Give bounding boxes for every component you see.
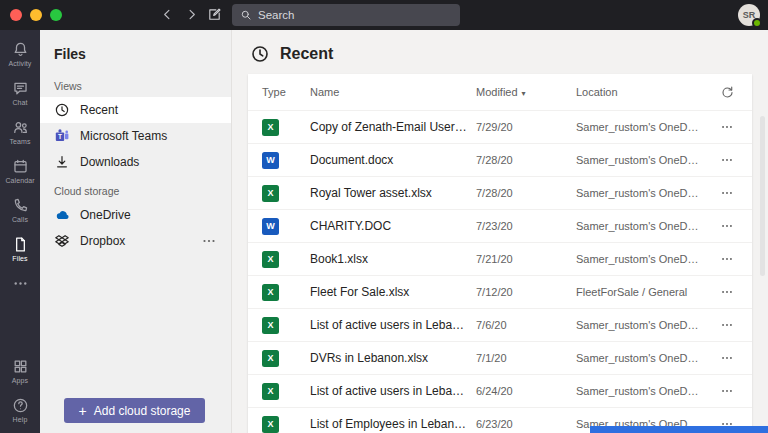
more-options-icon[interactable]	[201, 233, 217, 249]
file-row[interactable]: X List of active users in Lebanon.xlsx 7…	[248, 308, 752, 341]
forward-icon[interactable]	[184, 7, 199, 22]
file-row[interactable]: W Document.docx 7/28/20 Samer_rustom's O…	[248, 143, 752, 176]
teams-logo-icon: T	[54, 128, 70, 144]
file-name: Copy of Zenath-Email Users.xlsx	[310, 120, 476, 134]
file-row[interactable]: X Fleet For Sale.xlsx 7/12/20 FleetForSa…	[248, 275, 752, 308]
row-more-options-icon[interactable]	[710, 153, 744, 167]
sidebar-section: Views Recent T Microsoft Teams Downloads	[40, 70, 231, 175]
rail-item-activity[interactable]: Activity	[0, 34, 40, 73]
svg-text:T: T	[58, 133, 62, 140]
sidebar-item-recent[interactable]: Recent	[40, 97, 231, 123]
dropbox-icon	[54, 233, 70, 249]
excel-file-icon: X	[262, 317, 279, 334]
rail-item-label: Files	[12, 255, 27, 262]
files-table: Type Name Modified▾ Location X Copy of Z…	[248, 74, 752, 433]
rail-item-help[interactable]: Help	[0, 390, 40, 429]
rail-bottom: Apps Help	[0, 351, 40, 433]
file-row[interactable]: X Copy of Zenath-Email Users.xlsx 7/29/2…	[248, 110, 752, 143]
file-location: Samer_rustom's OneDrive	[576, 121, 710, 133]
close-window-button[interactable]	[10, 9, 22, 21]
sidebar-item-microsoft-teams[interactable]: T Microsoft Teams	[40, 123, 231, 149]
sidebar-item-downloads[interactable]: Downloads	[40, 149, 231, 175]
rail-item-teams[interactable]: Teams	[0, 112, 40, 151]
rail-item-chat[interactable]: Chat	[0, 73, 40, 112]
clock-icon	[250, 44, 270, 64]
column-type[interactable]: Type	[262, 86, 310, 98]
apps-icon	[12, 358, 29, 375]
calendar-icon	[12, 158, 29, 175]
row-more-options-icon[interactable]	[710, 351, 744, 365]
rail-item-files[interactable]: Files	[0, 229, 40, 268]
row-more-options-icon[interactable]	[710, 384, 744, 398]
main-header: Recent	[232, 30, 768, 64]
row-more-options-icon[interactable]	[710, 318, 744, 332]
row-more-options-icon[interactable]	[710, 120, 744, 134]
file-modified: 7/12/20	[476, 286, 576, 298]
file-name: List of Employees in Lebanon.xlsx	[310, 417, 476, 431]
file-row[interactable]: X Royal Tower asset.xlsx 7/28/20 Samer_r…	[248, 176, 752, 209]
sidebar-item-onedrive[interactable]: OneDrive	[40, 202, 231, 228]
phone-icon	[12, 197, 29, 214]
file-row[interactable]: X List of active users in Lebanon.xlsx 6…	[248, 374, 752, 407]
refresh-icon[interactable]	[710, 85, 744, 100]
file-location: Samer_rustom's OneDrive	[576, 154, 710, 166]
rail-item-apps[interactable]: Apps	[0, 351, 40, 390]
download-icon	[54, 154, 70, 170]
search-input[interactable]	[258, 9, 452, 21]
excel-file-icon: X	[262, 185, 279, 202]
file-name: Document.docx	[310, 153, 476, 167]
excel-file-icon: X	[262, 383, 279, 400]
column-name[interactable]: Name	[310, 86, 476, 98]
maximize-window-button[interactable]	[50, 9, 62, 21]
row-more-options-icon[interactable]	[710, 285, 744, 299]
vertical-scrollbar[interactable]	[760, 116, 765, 276]
file-modified: 7/23/20	[476, 220, 576, 232]
column-location[interactable]: Location	[576, 86, 710, 98]
row-more-options-icon[interactable]	[710, 252, 744, 266]
files-icon	[12, 236, 29, 253]
file-name: DVRs in Lebanon.xlsx	[310, 351, 476, 365]
file-name: Fleet For Sale.xlsx	[310, 285, 476, 299]
sidebar-section: Cloud storage OneDrive Dropbox	[40, 175, 231, 254]
add-cloud-storage-button[interactable]: + Add cloud storage	[64, 398, 205, 423]
excel-file-icon: X	[262, 119, 279, 136]
excel-file-icon: X	[262, 350, 279, 367]
search-icon	[240, 9, 252, 21]
file-modified: 6/24/20	[476, 385, 576, 397]
page-title: Recent	[280, 45, 333, 63]
file-row[interactable]: W CHARITY.DOC 7/23/20 Samer_rustom's One…	[248, 209, 752, 242]
bell-icon	[12, 41, 29, 58]
help-icon	[12, 397, 29, 414]
sidebar-item-label: Downloads	[80, 155, 139, 169]
file-name: List of active users in Lebanon.xlsx	[310, 318, 476, 332]
back-icon[interactable]	[160, 7, 175, 22]
minimize-window-button[interactable]	[30, 9, 42, 21]
file-row[interactable]: X DVRs in Lebanon.xlsx 7/1/20 Samer_rust…	[248, 341, 752, 374]
column-modified[interactable]: Modified▾	[476, 86, 576, 98]
onedrive-icon	[54, 207, 70, 223]
search-box	[232, 4, 460, 26]
rail-item-label: Calls	[12, 216, 28, 223]
clock-icon	[54, 102, 70, 118]
row-more-options-icon[interactable]	[710, 219, 744, 233]
file-location: Samer_rustom's OneDrive	[576, 352, 710, 364]
background-window-edge	[590, 426, 768, 433]
excel-file-icon: X	[262, 416, 279, 433]
plus-icon: +	[79, 404, 87, 418]
word-file-icon: W	[262, 152, 279, 169]
sidebar-item-dropbox[interactable]: Dropbox	[40, 228, 231, 254]
sidebar-section-label: Views	[40, 70, 231, 97]
new-chat-icon[interactable]	[207, 7, 222, 22]
excel-file-icon: X	[262, 251, 279, 268]
rail-item-more[interactable]	[0, 268, 40, 298]
file-row[interactable]: X Book1.xlsx 7/21/20 Samer_rustom's OneD…	[248, 242, 752, 275]
avatar[interactable]: SR	[738, 4, 760, 26]
sidebar-title: Files	[40, 30, 231, 70]
row-more-options-icon[interactable]	[710, 186, 744, 200]
rail-item-label: Chat	[12, 99, 27, 106]
more-icon	[12, 275, 29, 292]
rail-item-calendar[interactable]: Calendar	[0, 151, 40, 190]
sort-desc-icon: ▾	[522, 89, 526, 98]
sidebar-item-label: Dropbox	[80, 234, 125, 248]
rail-item-calls[interactable]: Calls	[0, 190, 40, 229]
